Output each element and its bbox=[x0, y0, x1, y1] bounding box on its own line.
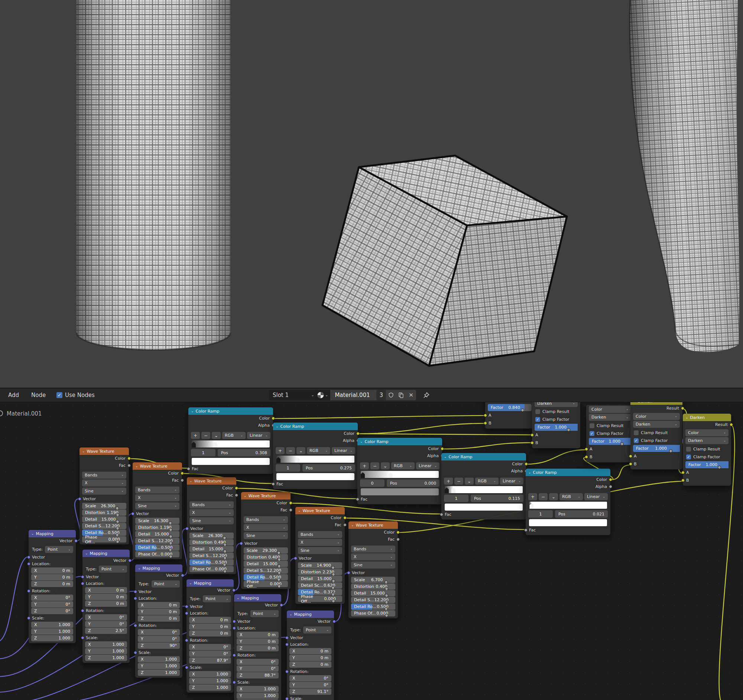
value-location-z[interactable]: Z0 m bbox=[31, 581, 73, 587]
3d-viewport[interactable] bbox=[0, 0, 743, 388]
enum-sine[interactable]: Sine⌄ bbox=[135, 502, 179, 509]
unlink-x-icon[interactable]: ✕ bbox=[406, 390, 416, 400]
add-stop-button[interactable]: + bbox=[276, 447, 284, 454]
collapse-chevron-icon[interactable]: ⌄ bbox=[85, 552, 88, 555]
value-location-x[interactable]: X0 m bbox=[289, 648, 332, 654]
node-header[interactable]: ⌄Mapping bbox=[83, 549, 130, 557]
stop-color-swatch[interactable] bbox=[277, 473, 354, 480]
enum-bands[interactable]: Bands⌄ bbox=[82, 472, 126, 478]
param-detail[interactable]: Detail15.000 bbox=[244, 561, 288, 567]
check-clamp-factor[interactable]: ✓Clamp Factor bbox=[631, 437, 682, 445]
socket-vector-out[interactable] bbox=[333, 620, 336, 623]
collapse-chevron-icon[interactable]: ⌄ bbox=[298, 509, 301, 512]
enum-color-mode[interactable]: RGB⌄ bbox=[475, 477, 499, 484]
socket-alpha-out[interactable] bbox=[609, 485, 612, 488]
socket-vector-in[interactable] bbox=[240, 542, 243, 545]
param-scale[interactable]: Scale14.900 bbox=[298, 562, 342, 569]
value-scale-y[interactable]: Y1.000 bbox=[138, 663, 180, 669]
gradient-stop-0[interactable] bbox=[361, 473, 365, 478]
node-header[interactable]: ⌄Wave Texture bbox=[348, 521, 398, 529]
socket-rotation-in[interactable] bbox=[134, 624, 137, 627]
stop-position-field[interactable]: Pos0.115 bbox=[471, 495, 524, 502]
param-distortion[interactable]: Distortion0.400 bbox=[244, 554, 288, 560]
socket-b-in[interactable] bbox=[530, 441, 534, 445]
collapse-chevron-icon[interactable]: ⌄ bbox=[276, 425, 279, 428]
enum-type[interactable]: Point⌄ bbox=[45, 546, 73, 553]
stop-color-swatch[interactable] bbox=[192, 458, 270, 465]
collapse-chevron-icon[interactable]: ⌄ bbox=[189, 479, 192, 483]
use-nodes-toggle[interactable]: ✓ Use Nodes bbox=[56, 388, 95, 402]
gradient-bar[interactable] bbox=[445, 486, 523, 493]
node-color-ramp-1[interactable]: ⌄Color RampColorAlpha+−⌄RGB⌄Linear⌄1Pos0… bbox=[188, 408, 273, 474]
socket-vector-in[interactable] bbox=[285, 636, 289, 639]
value-rotation-z[interactable]: Z88.7° bbox=[237, 672, 279, 678]
value-location-y[interactable]: Y0 m bbox=[289, 655, 332, 661]
socket-b-in[interactable] bbox=[681, 478, 685, 482]
collapse-chevron-icon[interactable]: ⌄ bbox=[244, 494, 247, 498]
param-detail-ro[interactable]: Detail Ro...0.500 bbox=[189, 559, 234, 566]
socket-vector-out[interactable] bbox=[74, 539, 78, 542]
param-detail-s[interactable]: Detail S...12.200 bbox=[82, 523, 126, 529]
enum-color-mode[interactable]: RGB⌄ bbox=[559, 493, 583, 500]
socket-location-in[interactable] bbox=[232, 626, 236, 630]
enum-bands[interactable]: Bands⌄ bbox=[135, 486, 179, 493]
param-scale[interactable]: Scale26.300 bbox=[189, 533, 234, 539]
collapse-chevron-icon[interactable]: ⌄ bbox=[528, 471, 531, 474]
enum-darken[interactable]: Darken⌄ bbox=[685, 437, 728, 444]
gradient-stop-0[interactable] bbox=[445, 487, 449, 493]
enum-sine[interactable]: Sine⌄ bbox=[298, 547, 342, 554]
socket-fac-out[interactable] bbox=[181, 478, 184, 482]
value-location-x[interactable]: X0 m bbox=[237, 632, 279, 638]
value-location-x[interactable]: X0 m bbox=[85, 587, 127, 594]
value-location-z[interactable]: Z0 m bbox=[289, 662, 332, 668]
enum-type[interactable]: Point⌄ bbox=[303, 626, 332, 634]
socket-scale-in[interactable] bbox=[185, 666, 188, 669]
socket-vector-in[interactable] bbox=[232, 620, 236, 623]
node-wave-texture-1[interactable]: ⌄Wave TextureColorFacBands⌄X⌄Sine⌄Vector… bbox=[80, 447, 129, 544]
gradient-stop-1[interactable] bbox=[213, 442, 217, 447]
check-clamp-result[interactable]: Clamp Result bbox=[683, 445, 731, 453]
stop-color-swatch[interactable] bbox=[445, 504, 523, 511]
socket-a-in[interactable] bbox=[530, 433, 534, 437]
enum-color-mode[interactable]: RGB⌄ bbox=[391, 462, 414, 470]
value-location-z[interactable]: Z0 m bbox=[85, 601, 127, 607]
param-distortion[interactable]: Distortion1.190 bbox=[82, 509, 126, 516]
socket-fac-out[interactable] bbox=[289, 508, 292, 512]
enum-x[interactable]: X⌄ bbox=[82, 479, 126, 486]
value-rotation-x[interactable]: X0° bbox=[85, 614, 127, 620]
value-rotation-z[interactable]: Z87.9° bbox=[189, 657, 231, 664]
node-header[interactable]: ⌄Color Ramp bbox=[357, 438, 442, 445]
param-detail[interactable]: Detail15.000 bbox=[189, 546, 234, 552]
socket-fac-out[interactable] bbox=[127, 464, 131, 467]
value-rotation-y[interactable]: Y0° bbox=[237, 666, 279, 672]
param-detail-s[interactable]: Detail S...12.200 bbox=[135, 538, 179, 544]
node-mapping-1[interactable]: ⌄MappingVectorType:Point⌄VectorLocation:… bbox=[29, 530, 76, 643]
socket-vector-in[interactable] bbox=[81, 575, 84, 579]
node-header[interactable]: ⌄Mapping bbox=[186, 579, 234, 587]
socket-fac-out[interactable] bbox=[343, 523, 346, 527]
value-location-y[interactable]: Y0 m bbox=[85, 594, 127, 600]
value-scale-z[interactable]: Z1.000 bbox=[189, 684, 231, 691]
gradient-stop-0[interactable] bbox=[277, 457, 280, 463]
socket-phase-off-in[interactable] bbox=[278, 585, 281, 588]
node-mix-darken-3[interactable]: Color⌄Darken⌄Clamp Result✓Clamp FactorFa… bbox=[586, 405, 634, 462]
socket-vector-in[interactable] bbox=[185, 527, 189, 530]
enum-color-mode[interactable]: RGB⌄ bbox=[307, 447, 330, 454]
param-scale[interactable]: Scale29.300 bbox=[244, 547, 288, 554]
enum-type[interactable]: Point⌄ bbox=[152, 580, 180, 588]
value-rotation-z[interactable]: Z90° bbox=[138, 642, 180, 649]
socket-phase-of-in[interactable] bbox=[223, 570, 226, 573]
node-wave-texture-5[interactable]: ⌄Wave TextureColorFacBands⌄X⌄Sine⌄Vector… bbox=[295, 507, 345, 604]
socket-vector-out[interactable] bbox=[280, 604, 283, 607]
socket-vector-in[interactable] bbox=[134, 590, 137, 594]
node-header[interactable]: ⌄Wave Texture bbox=[80, 447, 129, 455]
socket-color-out[interactable] bbox=[609, 478, 612, 481]
node-header[interactable]: ⌄Wave Texture bbox=[187, 477, 236, 484]
socket-fac-in[interactable] bbox=[356, 498, 359, 501]
node-mix-darken-5[interactable]: ⌄DarkenResultColor⌄Darken⌄Clamp Result✓C… bbox=[683, 414, 731, 486]
enum-interpolation[interactable]: Linear⌄ bbox=[500, 477, 524, 484]
value-scale-x[interactable]: X1.000 bbox=[189, 671, 231, 677]
gradient-bar[interactable] bbox=[529, 502, 607, 509]
socket-vector-out[interactable] bbox=[181, 574, 184, 577]
value-rotation-y[interactable]: Y0° bbox=[31, 601, 73, 607]
